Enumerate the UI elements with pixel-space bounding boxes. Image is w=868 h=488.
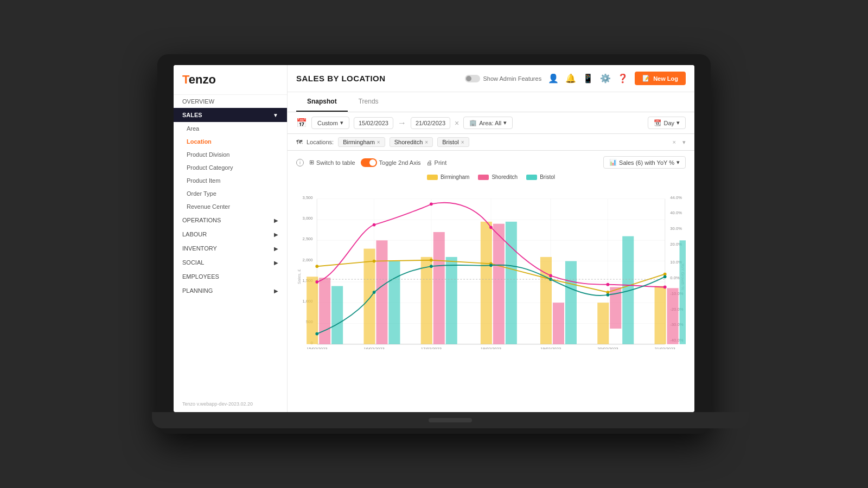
info-icon[interactable]: i [296,159,304,166]
logo: Tenzo [174,65,287,95]
location-tag-birmingham[interactable]: Birmingham × [338,137,385,147]
bar-bristol-d4 [506,222,517,344]
legend-birmingham: Birmingham [427,174,469,180]
chevron-right-icon: ▶ [274,232,278,237]
sidebar-item-sales[interactable]: SALES ▼ [174,108,287,122]
clear-all-locations-icon[interactable]: × [673,139,676,145]
bar-shoreditch-d2 [376,240,387,344]
print-button[interactable]: 🖨 Print [426,159,447,166]
sidebar: Tenzo OVERVIEW SALES ▼ Area Location Pro… [174,65,288,412]
main-content: SALES BY LOCATION Show Admin Features 👤 … [288,65,694,412]
dot-bristol-6 [607,293,610,297]
svg-text:2,000: 2,000 [303,258,313,262]
dot-shoreditch-4 [489,226,493,229]
bar-shoreditch-d4 [493,224,505,344]
bar-birmingham-d5 [540,257,552,344]
remove-bristol-icon[interactable]: × [461,139,464,145]
bar-shoreditch-d1 [319,278,330,344]
sidebar-item-planning[interactable]: PLANNING ▶ [174,284,287,298]
dot-shoreditch-5 [549,274,552,278]
legend-color-bristol [526,175,537,180]
chart-visualization: 0 500 1,000 1,500 2,000 2,500 3,000 3,50… [296,183,686,407]
switch-to-table-button[interactable]: ⊞ Switch to table [309,159,355,166]
chevron-down-icon: ▾ [340,119,343,126]
new-log-button[interactable]: 📝 New Log [635,72,686,85]
gear-icon[interactable]: ⚙️ [600,73,611,84]
dot-shoreditch-1 [315,280,318,284]
bell-icon[interactable]: 🔔 [565,73,576,84]
sidebar-item-operations[interactable]: OPERATIONS ▶ [174,213,287,227]
dot-bristol-7 [663,275,667,278]
logo-text: Tenzo [182,73,216,86]
sidebar-item-social[interactable]: SOCIAL ▶ [174,255,287,269]
dot-shoreditch-6 [607,283,610,286]
sidebar-item-labour[interactable]: LABOUR ▶ [174,227,287,241]
svg-text:15/02/2023: 15/02/2023 [307,346,327,349]
dot-birmingham-2 [373,260,376,263]
svg-text:17/02/2023: 17/02/2023 [421,346,442,349]
svg-text:16/02/2023: 16/02/2023 [363,346,384,349]
sidebar-item-product-category[interactable]: Product Category [174,161,287,174]
svg-text:3,000: 3,000 [303,216,313,221]
bar-bristol-d7 [680,240,686,344]
filters-bar: 📅 Custom ▾ 15/02/2023 → 21/02/2023 × 🏢 A… [288,112,694,134]
toggle-2nd-switch[interactable] [361,158,377,167]
sidebar-item-product-division[interactable]: Product Division [174,148,287,161]
svg-text:19/02/2023: 19/02/2023 [540,346,561,349]
svg-text:20/02/2023: 20/02/2023 [597,346,618,349]
sidebar-overview[interactable]: OVERVIEW [174,95,287,108]
sidebar-item-inventory[interactable]: INVENTORY ▶ [174,241,287,255]
date-from-input[interactable]: 15/02/2023 [354,117,393,129]
location-tag-shoreditch[interactable]: Shoreditch × [390,137,433,147]
version-label: Tenzo v.webapp-dev-2023.02.20 [174,396,287,412]
tabs-bar: Snapshot Trends [288,92,694,112]
location-filter-bar: 🗺 Locations: Birmingham × Shoreditch × B… [288,134,694,151]
location-tag-bristol[interactable]: Bristol × [437,137,469,147]
bar-bristol-d1 [331,286,343,344]
sidebar-item-product-item[interactable]: Product Item [174,174,287,187]
remove-birmingham-icon[interactable]: × [377,139,380,145]
sidebar-item-revenue-center[interactable]: Revenue Center [174,200,287,213]
chart-controls: i ⊞ Switch to table Toggle 2nd Axis 🖨 Pr… [296,156,686,169]
chart-icon: 📊 [609,159,617,166]
sidebar-item-area[interactable]: Area [174,122,287,135]
map-icon: 🗺 [296,139,302,145]
tab-trends[interactable]: Trends [348,92,390,112]
bar-birmingham-d3 [421,257,432,344]
sidebar-item-employees[interactable]: EMPLOYEES [174,269,287,284]
legend-shoreditch: Shoreditch [478,174,518,180]
help-icon[interactable]: ❓ [617,73,628,84]
granularity-filter[interactable]: 📆 Day ▾ [648,117,686,129]
remove-shoreditch-icon[interactable]: × [425,139,428,145]
dot-shoreditch-3 [430,202,433,206]
sales-metric-dropdown[interactable]: 📊 Sales (6) with YoY % ▾ [603,156,686,169]
collapse-locations-icon[interactable]: ▾ [682,139,686,146]
area-filter[interactable]: 🏢 Area: All ▾ [463,117,513,129]
tablet-icon[interactable]: 📱 [583,73,593,84]
chevron-right-icon: ▶ [274,246,278,252]
legend-color-birmingham [427,175,438,180]
print-icon: 🖨 [426,159,432,166]
topbar: SALES BY LOCATION Show Admin Features 👤 … [288,65,694,92]
svg-text:3,500: 3,500 [303,195,313,200]
clear-dates-icon[interactable]: × [455,119,459,127]
svg-text:40.0%: 40.0% [670,210,682,215]
chevron-down-icon: ▼ [273,112,278,118]
sidebar-item-order-type[interactable]: Order Type [174,187,287,200]
bar-shoreditch-d5 [553,303,564,344]
locations-label: Locations: [307,139,334,145]
bar-bristol-d5 [565,261,577,344]
dot-shoreditch-2 [373,223,376,227]
date-type-dropdown[interactable]: Custom ▾ [311,117,349,129]
tab-snapshot[interactable]: Snapshot [296,92,348,112]
legend-color-shoreditch [478,175,489,180]
admin-toggle-switch[interactable] [465,75,480,82]
toggle-2nd-axis-button[interactable]: Toggle 2nd Axis [361,158,421,167]
sidebar-item-location[interactable]: Location [174,135,287,148]
show-admin-toggle[interactable]: Show Admin Features [465,75,542,82]
chart-area: i ⊞ Switch to table Toggle 2nd Axis 🖨 Pr… [288,151,694,412]
date-to-input[interactable]: 21/02/2023 [411,117,450,129]
user-icon[interactable]: 👤 [548,73,559,84]
topbar-actions: Show Admin Features 👤 🔔 📱 ⚙️ ❓ 📝 New Log [465,72,686,85]
dot-bristol-1 [315,332,318,336]
